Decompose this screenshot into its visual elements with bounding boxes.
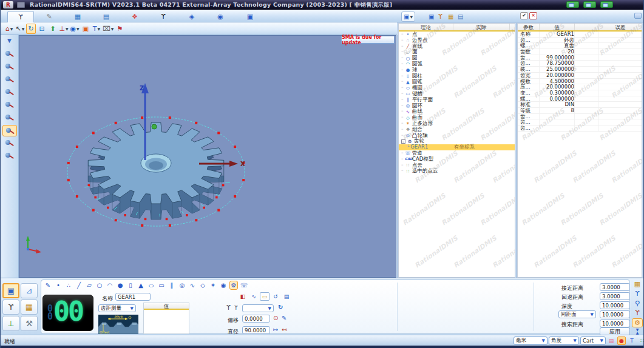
gear-icon[interactable]: ⚙ (229, 281, 238, 290)
panel-tab-model[interactable]: ▣▼ (401, 12, 415, 22)
slot-icon[interactable]: ▭ (157, 281, 166, 290)
probe-function-button[interactable] (2, 74, 17, 85)
panel-tab-fixture[interactable]: ▦ (446, 12, 455, 22)
tab-report[interactable]: ▤ (93, 11, 120, 22)
view-direction-icon[interactable]: ⬆ (48, 24, 58, 34)
plane-icon[interactable]: ▱ (85, 281, 93, 290)
tab-settings[interactable]: ▣ (237, 11, 263, 22)
network-icon[interactable] (583, 1, 596, 8)
delete-icon[interactable]: ⌧▼ (103, 24, 114, 34)
sphere-icon[interactable]: ● (116, 281, 124, 290)
param-row[interactable]: 压...20.000000 (518, 84, 642, 90)
rotate-view-icon[interactable]: ↻ (26, 24, 36, 34)
panel-tab-probe[interactable]: ϒ (436, 12, 444, 22)
measure-mode-button[interactable]: ▣ (2, 283, 19, 298)
probe-button[interactable]: ϒ (2, 299, 19, 315)
probe-function-button[interactable] (2, 61, 17, 73)
fixture-panel-button[interactable]: ▦ (632, 279, 643, 289)
torus-icon[interactable]: ◎ (178, 281, 186, 290)
report-icon[interactable]: ▤ (282, 292, 291, 301)
scroll-arrows[interactable]: ▼▲ (636, 328, 639, 334)
param-row[interactable]: 齿...99.000000 (518, 55, 642, 61)
panel-tab-features[interactable]: ▣ (427, 12, 436, 22)
coord-dropdown[interactable]: Cart▼ (580, 336, 606, 345)
param-row[interactable]: 齿... (518, 119, 642, 125)
param-row[interactable]: 模数4.500000 (518, 79, 642, 85)
tab-table[interactable]: ▦ (64, 11, 91, 22)
reverse-direction-icon[interactable]: ↤ (282, 326, 286, 333)
tab-cad[interactable]: ❖ (121, 11, 148, 22)
angle-dropdown[interactable]: 角度▼ (549, 336, 579, 345)
probe-function-button[interactable] (2, 138, 17, 149)
param-row[interactable]: 齿...78.750000 (518, 61, 642, 67)
network-icon[interactable] (600, 1, 613, 8)
param-row[interactable]: 等级8 (518, 108, 642, 114)
param-row[interactable]: 齿数20 (518, 49, 642, 55)
param-row[interactable]: 变...0.300000 (518, 90, 642, 96)
probe-compensate-icon[interactable]: ✎ (44, 281, 52, 290)
tab-qualify[interactable]: ◈ (178, 11, 205, 22)
coordinate-button[interactable]: ⊥ (2, 316, 19, 331)
report-status-button[interactable]: ▤ (607, 336, 615, 345)
axes-icon[interactable]: ⊥▼ (59, 24, 69, 34)
cam-icon[interactable]: ◉ (219, 281, 228, 290)
probe-function-button[interactable] (2, 49, 17, 60)
boundary-point-icon[interactable]: ∴ (64, 281, 73, 290)
pipe-icon[interactable]: ☏ (240, 281, 248, 290)
probe-function-button[interactable] (2, 125, 17, 136)
pin-icon[interactable]: ▼ (6, 38, 13, 44)
probe-tip-icon[interactable]: ϒ (234, 306, 238, 311)
ellipse-icon[interactable]: ○ (147, 281, 155, 290)
probe-data-icon[interactable]: ◧ (238, 292, 248, 301)
probe-function-button[interactable] (2, 87, 17, 98)
home-icon[interactable]: ⌂▼ (4, 24, 14, 34)
polygon-icon[interactable]: ✶ (209, 281, 217, 290)
distance-input[interactable]: 10.0000 (600, 301, 630, 309)
distance-input[interactable]: 10.0000 (600, 320, 630, 327)
probe-select-dropdown[interactable]: ▼ (242, 304, 274, 312)
tools-button[interactable]: ⚒ (21, 316, 38, 331)
graph-icon[interactable]: ∿ (249, 292, 259, 301)
tab-measure[interactable]: ϒ (7, 11, 34, 22)
circle-icon[interactable]: ○ (95, 281, 104, 290)
param-row[interactable]: 齿...外齿 (518, 38, 642, 44)
tab-view[interactable]: ◉ (207, 11, 234, 22)
expand-toggle[interactable]: − (401, 139, 405, 144)
line-icon[interactable]: ╱ (75, 281, 83, 290)
param-row[interactable]: 齿宽20.000000 (518, 73, 642, 79)
network-icon[interactable] (566, 1, 579, 8)
measure-type-dropdown[interactable]: 齿距测量▼ (98, 304, 136, 312)
fixture-button[interactable]: ▦ (21, 299, 38, 315)
close-icon[interactable]: ✕ (529, 12, 537, 19)
diameter-input[interactable]: 90.0000 (242, 326, 270, 334)
label-status-button[interactable]: T (628, 336, 636, 345)
panel-tab-monitor[interactable]: ▤ (456, 12, 465, 22)
measure-flag-icon[interactable]: ⚑ (115, 24, 124, 34)
check-icon[interactable]: ✔ (520, 12, 528, 19)
name-input[interactable]: GEAR1 (115, 293, 151, 301)
label-icon[interactable]: T▼ (92, 24, 101, 34)
caliper-button[interactable]: ⊿ (21, 283, 38, 298)
probe-panel-button[interactable]: ϒ (632, 289, 643, 298)
probe2-panel-button[interactable]: ϒ (632, 309, 643, 318)
probe-angle-icon[interactable]: ϒ (226, 304, 231, 311)
probe-function-button[interactable] (2, 99, 17, 111)
select-icon[interactable]: ↖▼ (15, 24, 25, 34)
surface-icon[interactable]: ◇ (198, 281, 207, 290)
probe-function-button[interactable] (2, 150, 17, 162)
param-row[interactable]: 齿... (518, 125, 642, 132)
viewport-3d[interactable]: ZX SMA is due for update (19, 35, 396, 278)
probe-status-button[interactable]: ● (617, 336, 626, 345)
eye-icon[interactable]: ◉▼ (70, 24, 80, 34)
probe-function-button[interactable] (2, 112, 17, 124)
refresh-icon[interactable]: ↻ (278, 304, 283, 310)
search-panel-button[interactable]: ⚲ (632, 299, 643, 308)
curve-icon[interactable]: ∿ (188, 281, 197, 290)
pin-icon[interactable] (634, 13, 642, 19)
param-row[interactable]: 螺...0.000000 (518, 96, 642, 102)
unit-dropdown[interactable]: 毫米▼ (514, 336, 547, 345)
param-row[interactable]: 齿... (518, 114, 642, 120)
clearance-plane-dropdown[interactable]: 间距面▼ (558, 310, 596, 318)
list-view-icon[interactable]: ▭ (260, 292, 269, 301)
settings-panel-button[interactable]: ⚙ (632, 318, 643, 327)
